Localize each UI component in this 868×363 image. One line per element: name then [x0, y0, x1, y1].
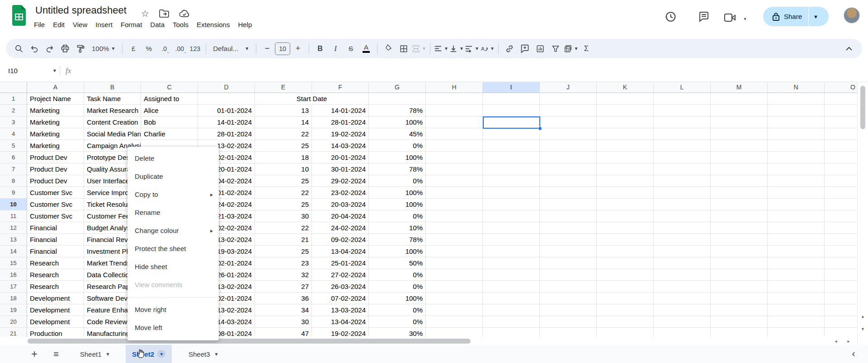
row-header-9[interactable]: 9: [0, 187, 27, 199]
cell-empty[interactable]: [597, 140, 654, 152]
text-wrapping-icon[interactable]: ▼: [464, 42, 480, 56]
horizontal-align-icon[interactable]: ▼: [434, 42, 449, 56]
cell-empty[interactable]: [654, 152, 711, 163]
cell-empty[interactable]: [768, 187, 825, 199]
cell-empty[interactable]: [597, 281, 654, 293]
cell-empty[interactable]: [483, 316, 540, 328]
row-header-20[interactable]: 20: [0, 316, 27, 328]
cell-empty[interactable]: [768, 116, 825, 128]
cell-completion[interactable]: 0%: [369, 140, 426, 152]
cell-empty[interactable]: [711, 246, 768, 257]
menu-data[interactable]: Data: [146, 20, 169, 29]
cell-end-date[interactable]: 26-03-2024: [312, 281, 369, 293]
increase-font-size-icon[interactable]: +: [290, 42, 306, 56]
row-header-3[interactable]: 3: [0, 116, 27, 128]
cell-completion[interactable]: 10%: [369, 222, 426, 234]
cell-empty[interactable]: [654, 199, 711, 210]
cell-assignee[interactable]: Alice: [141, 105, 198, 116]
cell-empty[interactable]: [597, 328, 654, 337]
cell-empty[interactable]: [825, 293, 857, 304]
cell-empty[interactable]: [768, 128, 825, 140]
cell-project[interactable]: Development: [27, 293, 84, 304]
cell-duration[interactable]: 18: [255, 152, 312, 163]
cell-empty[interactable]: [483, 257, 540, 269]
account-avatar[interactable]: [844, 7, 860, 23]
cell-empty[interactable]: [483, 304, 540, 316]
cell-empty[interactable]: [711, 105, 768, 116]
cell-empty[interactable]: [654, 140, 711, 152]
sheet-tab-sheet3[interactable]: Sheet3▼: [182, 345, 225, 363]
cell-empty[interactable]: [825, 187, 857, 199]
cell-completion[interactable]: 30%: [369, 328, 426, 337]
grid-corner[interactable]: [0, 82, 27, 93]
cell-completion[interactable]: 100%: [369, 152, 426, 163]
cell-project[interactable]: Research: [27, 269, 84, 281]
cell-empty[interactable]: [654, 304, 711, 316]
cell-duration[interactable]: 47: [255, 328, 312, 337]
cell-project[interactable]: Product Dev: [27, 175, 84, 187]
cell-empty[interactable]: [483, 246, 540, 257]
cell-duration[interactable]: 25: [255, 140, 312, 152]
name-box[interactable]: I10: [0, 67, 52, 74]
cell-empty[interactable]: [654, 175, 711, 187]
row-header-12[interactable]: 12: [0, 222, 27, 234]
cell-project[interactable]: Marketing: [27, 116, 84, 128]
meet-dropdown-caret[interactable]: ▾: [741, 11, 750, 26]
cell-project[interactable]: Marketing: [27, 105, 84, 116]
cell-empty[interactable]: [825, 210, 857, 222]
cell-completion[interactable]: 0%: [369, 304, 426, 316]
menu-file[interactable]: File: [30, 20, 49, 29]
cell-end-date[interactable]: 30-01-2024: [312, 163, 369, 175]
cell-duration[interactable]: 22: [255, 222, 312, 234]
cell-empty[interactable]: [654, 316, 711, 328]
row-header-19[interactable]: 19: [0, 304, 27, 316]
star-icon[interactable]: ☆: [141, 8, 149, 19]
cell-empty[interactable]: [426, 163, 483, 175]
cell-completion[interactable]: 50%: [369, 257, 426, 269]
cell-task[interactable]: Content Creation: [84, 116, 141, 128]
insert-chart-icon[interactable]: [533, 42, 548, 56]
borders-icon[interactable]: [396, 42, 411, 56]
cell-empty[interactable]: [426, 304, 483, 316]
cell-empty[interactable]: [825, 128, 857, 140]
cell-empty[interactable]: [711, 210, 768, 222]
cell-empty[interactable]: [483, 281, 540, 293]
cell-empty[interactable]: [768, 246, 825, 257]
cell-empty[interactable]: [483, 234, 540, 246]
cell-empty[interactable]: [711, 328, 768, 337]
cell-empty[interactable]: [540, 257, 597, 269]
cell-empty[interactable]: [711, 163, 768, 175]
bold-icon[interactable]: B: [312, 42, 328, 56]
cell-end-date[interactable]: 25-01-2024: [312, 257, 369, 269]
cell-duration[interactable]: 25: [255, 175, 312, 187]
cell-project[interactable]: Customer Svc: [27, 199, 84, 210]
cell-empty[interactable]: [825, 222, 857, 234]
row-header-15[interactable]: 15: [0, 257, 27, 269]
cell-d1[interactable]: [198, 93, 255, 105]
cell-end-date[interactable]: 27-02-2024: [312, 269, 369, 281]
cell-empty[interactable]: [426, 328, 483, 337]
cell-empty[interactable]: [597, 116, 654, 128]
cell-completion[interactable]: 45%: [369, 128, 426, 140]
horizontal-scrollbar-thumb[interactable]: [28, 339, 471, 344]
column-header-o[interactable]: O: [825, 82, 857, 93]
cell-empty[interactable]: [540, 210, 597, 222]
column-header-e[interactable]: E: [255, 82, 312, 93]
cell-empty[interactable]: [483, 222, 540, 234]
column-header-d[interactable]: D: [198, 82, 255, 93]
row-header-4[interactable]: 4: [0, 128, 27, 140]
cell-empty[interactable]: [483, 128, 540, 140]
cell-a1[interactable]: Project Name: [27, 93, 84, 105]
cell-empty[interactable]: [711, 128, 768, 140]
cell-empty[interactable]: [711, 316, 768, 328]
cell-end-date[interactable]: 20-04-2024: [312, 210, 369, 222]
cell-end-date[interactable]: 20-03-2024: [312, 199, 369, 210]
cell-empty[interactable]: [597, 304, 654, 316]
cell-empty[interactable]: [654, 328, 711, 337]
cell-empty[interactable]: [597, 187, 654, 199]
cell-c1[interactable]: Assigned to: [141, 93, 198, 105]
cell-empty[interactable]: [654, 105, 711, 116]
sheet-tab-sheet1[interactable]: Sheet1▼: [74, 345, 116, 363]
sheet-tab-caret-icon[interactable]: ▼: [106, 352, 110, 357]
column-header-b[interactable]: B: [84, 82, 141, 93]
